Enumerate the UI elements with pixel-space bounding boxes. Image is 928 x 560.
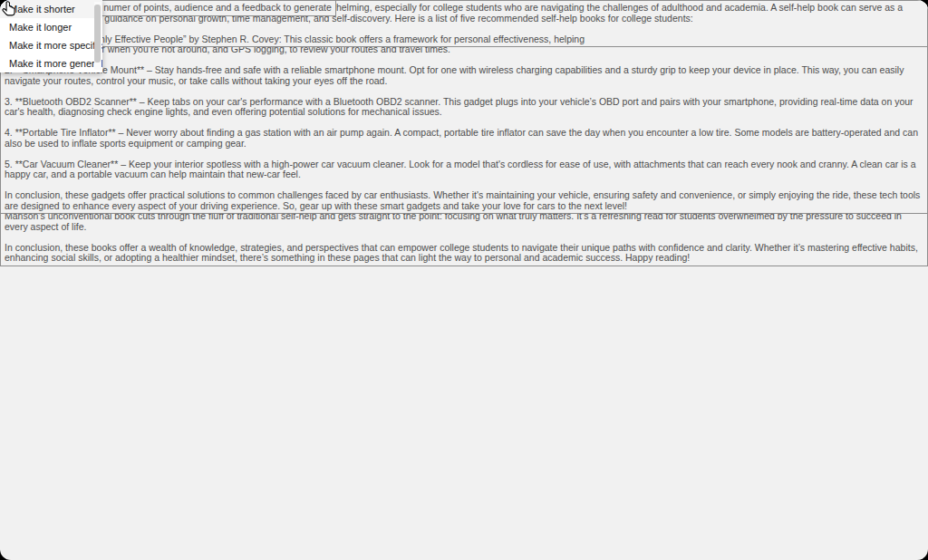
dropdown-item-make-it-longer[interactable]: Make it longer bbox=[0, 18, 102, 36]
dropdown-item-make-it-more-specific[interactable]: Make it more specific bbox=[0, 36, 102, 54]
hand-cursor-icon bbox=[0, 0, 18, 18]
dropdown-item-make-it-more-general[interactable]: Make it more general bbox=[0, 54, 102, 72]
app-window: Looking for a refreshing way to spend yo… bbox=[0, 0, 928, 560]
dropdown-scrollbar[interactable] bbox=[94, 2, 102, 70]
dropdown-scrollbar-thumb[interactable] bbox=[94, 5, 101, 63]
